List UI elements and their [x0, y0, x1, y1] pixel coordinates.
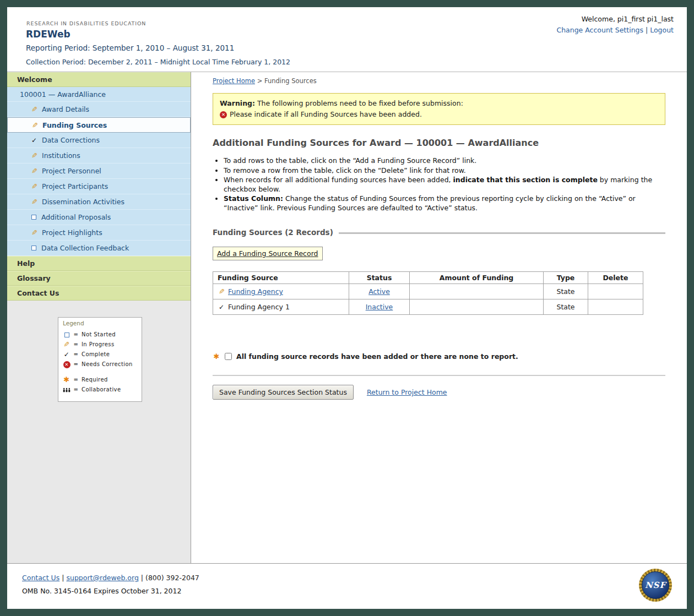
confirm-section: All funding source records have been add… — [213, 352, 665, 361]
sidebar-item-project-participants[interactable]: Project Participants — [7, 179, 191, 194]
footer-contact-line: Contact Us | support@rdeweb.org | (800) … — [22, 574, 679, 582]
column-delete: Delete — [588, 272, 643, 284]
sidebar-item-label: Additional Proposals — [41, 213, 111, 221]
error-icon — [220, 111, 227, 118]
delete-cell — [588, 284, 643, 299]
return-to-project-home-link[interactable]: Return to Project Home — [367, 388, 447, 396]
funding-source-link[interactable]: Funding Agency — [228, 287, 283, 296]
legend-item-in-progress: = In Progress — [63, 340, 138, 350]
legend: Legend = Not Started = In Progress = — [58, 317, 142, 402]
sidebar-item-contact-us[interactable]: Contact Us — [7, 286, 191, 301]
sidebar-item-project-highlights[interactable]: Project Highlights — [7, 225, 191, 241]
square-icon — [64, 332, 69, 337]
sidebar-item-data-corrections[interactable]: Data Corrections — [7, 133, 191, 148]
nsf-globe: NSF — [642, 571, 669, 599]
legend-label: Collaborative — [82, 385, 121, 395]
header-user-area: Welcome, pi1_first pi1_last Change Accou… — [556, 15, 674, 34]
sidebar-item-help[interactable]: Help — [7, 256, 191, 271]
sidebar-item-welcome[interactable]: Welcome — [7, 72, 191, 87]
legend-label: Complete — [82, 350, 110, 359]
delete-cell — [588, 299, 643, 315]
sidebar-item-label: Funding Sources — [42, 121, 107, 129]
collection-period: Collection Period: December 2, 2011 – Mi… — [26, 58, 675, 66]
sidebar-item-label: Institutions — [42, 151, 80, 160]
sidebar-item-label: Data Corrections — [42, 136, 100, 144]
divider — [213, 375, 665, 376]
sidebar-item-award[interactable]: 100001 — AwardAlliance — [7, 87, 191, 102]
footer-email-link[interactable]: support@rdeweb.org — [66, 574, 138, 582]
pencil-icon — [30, 105, 38, 113]
sidebar-item-data-collection-feedback[interactable]: Data Collection Feedback — [7, 241, 191, 256]
sidebar-item-label: Award Details — [42, 105, 89, 113]
sidebar-item-funding-sources[interactable]: Funding Sources — [7, 117, 191, 133]
column-status: Status — [349, 272, 410, 284]
pencil-icon — [30, 182, 38, 190]
section-heading: Funding Sources (2 Records) — [213, 228, 665, 237]
breadcrumb: Project Home > Funding Sources — [213, 77, 665, 85]
column-funding-source: Funding Source — [213, 272, 349, 284]
section-rule — [339, 232, 665, 234]
breadcrumb-project-home-link[interactable]: Project Home — [213, 77, 255, 85]
square-icon — [31, 215, 36, 220]
table-header-row: Funding Source Status Amount of Funding … — [213, 272, 643, 284]
pencil-icon — [31, 121, 39, 129]
sidebar-item-label: Project Participants — [42, 182, 108, 190]
legend-label: Needs Correction — [82, 359, 133, 369]
type-cell: State — [544, 299, 588, 315]
amount-cell — [410, 284, 544, 299]
page: RESEARCH IN DISABILITIES EDUCATION RDEWe… — [7, 7, 687, 609]
instruction-item: Status Column: Change the status of Fund… — [224, 194, 665, 212]
legend-item-complete: = Complete — [63, 350, 138, 359]
page-title: Additional Funding Sources for Award — 1… — [213, 138, 665, 148]
sidebar-item-label: Dissemination Activities — [42, 198, 124, 206]
warning-message: The following problems need to be fixed … — [255, 99, 463, 107]
status-link[interactable]: Active — [368, 287, 390, 296]
footer-contact-link[interactable]: Contact Us — [22, 574, 59, 582]
logout-link[interactable]: Logout — [650, 26, 674, 34]
sidebar-item-label: Project Highlights — [42, 228, 102, 237]
sidebar-item-label: Data Collection Feedback — [41, 244, 129, 252]
footer-omb: OMB No. 3145-0164 Expires October 31, 20… — [22, 587, 679, 595]
sidebar-item-award-details[interactable]: Award Details — [7, 102, 191, 117]
sidebar-item-project-personnel[interactable]: Project Personnel — [7, 163, 191, 179]
change-account-settings-link[interactable]: Change Account Settings — [556, 26, 643, 34]
sidebar: Welcome 100001 — AwardAlliance Award Det… — [7, 72, 191, 563]
main: Project Home > Funding Sources Warning: … — [191, 72, 687, 563]
warning-box: Warning: The following problems need to … — [213, 93, 665, 125]
funding-complete-checkbox[interactable] — [225, 353, 232, 360]
sidebar-item-institutions[interactable]: Institutions — [7, 148, 191, 163]
add-funding-source-link[interactable]: Add a Funding Source Record — [217, 249, 318, 258]
error-icon — [63, 361, 71, 368]
pencil-icon — [30, 167, 38, 175]
table-row: Funding Agency Active State — [213, 284, 643, 299]
legend-item-not-started: = Not Started — [63, 330, 138, 340]
sidebar-item-dissemination-activities[interactable]: Dissemination Activities — [7, 194, 191, 210]
type-cell: State — [544, 284, 588, 299]
legend-label: In Progress — [82, 340, 115, 350]
check-icon — [63, 350, 71, 359]
check-icon — [30, 137, 38, 144]
confirm-label: All funding source records have been add… — [236, 352, 518, 361]
sidebar-item-additional-proposals[interactable]: Additional Proposals — [7, 210, 191, 225]
amount-cell — [410, 299, 544, 315]
sidebar-item-label: Project Personnel — [42, 167, 101, 175]
sidebar-background: Legend = Not Started = In Progress = — [7, 301, 191, 563]
warning-item: Please indicate if all Funding Sources h… — [230, 110, 422, 119]
add-funding-source-box: Add a Funding Source Record — [213, 247, 323, 260]
table-row: Funding Agency 1 Inactive State — [213, 299, 643, 315]
legend-item-required: = Required — [63, 375, 138, 385]
warning-label: Warning: — [220, 99, 255, 107]
instruction-item: When records for all additional funding … — [224, 176, 665, 194]
status-link[interactable]: Inactive — [366, 303, 393, 311]
legend-item-collaborative: = Collaborative — [63, 385, 138, 395]
legend-label: Not Started — [82, 330, 116, 340]
instruction-item: To add rows to the table, click on the “… — [224, 156, 665, 166]
save-section-status-button[interactable]: Save Funding Sources Section Status — [213, 385, 354, 400]
section-title: Funding Sources (2 Records) — [213, 228, 333, 237]
pencil-icon — [63, 340, 71, 350]
legend-item-needs-correction: = Needs Correction — [63, 359, 138, 369]
breadcrumb-current: Funding Sources — [264, 77, 317, 85]
sidebar-item-glossary[interactable]: Glossary — [7, 271, 191, 286]
instructions-list: To add rows to the table, click on the “… — [213, 156, 665, 212]
required-asterisk-icon — [213, 352, 220, 361]
